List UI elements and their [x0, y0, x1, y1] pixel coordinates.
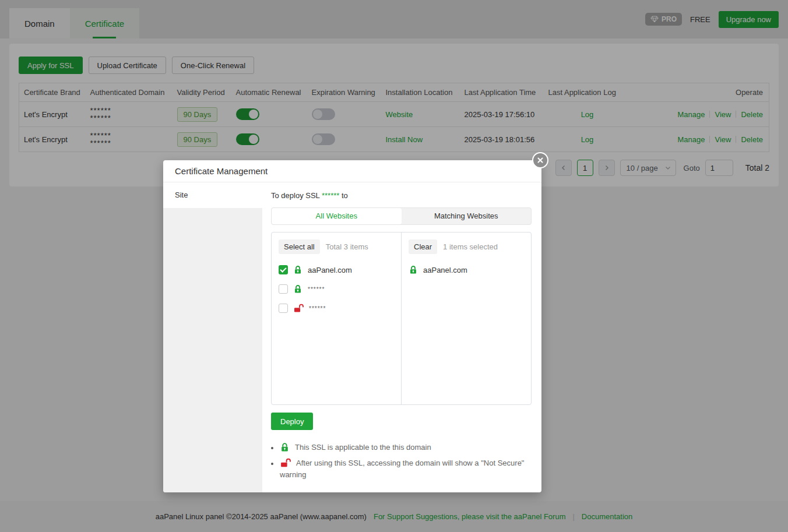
certificate-management-modal: Certificate Management Site To deploy SS… — [163, 160, 541, 492]
lock-closed-icon — [280, 442, 290, 452]
website-transfer-box: Select all Total 3 items aaPanel.com ***… — [271, 232, 532, 405]
lock-closed-icon — [293, 265, 302, 274]
modal-content: To deploy SSL ****** to All Websites Mat… — [262, 182, 541, 492]
site-name: ****** — [309, 305, 326, 312]
tab-matching-websites[interactable]: Matching Websites — [402, 208, 532, 224]
selected-count: 1 items selected — [443, 242, 498, 251]
site-name: aaPanel.com — [308, 266, 352, 274]
source-count: Total 3 items — [326, 242, 368, 251]
note-text: This SSL is applicable to the this domai… — [295, 443, 431, 452]
note-item: This SSL is applicable to the this domai… — [271, 442, 532, 453]
list-item: ****** — [279, 302, 394, 315]
site-checkbox[interactable] — [279, 265, 288, 274]
site-checkbox[interactable] — [279, 284, 288, 294]
site-name: aaPanel.com — [423, 266, 467, 274]
list-item: aaPanel.com — [409, 263, 524, 276]
note-text: After using this SSL, accessing the doma… — [280, 459, 524, 479]
deploy-target-line: To deploy SSL ****** to — [271, 191, 532, 200]
tab-all-websites[interactable]: All Websites — [272, 208, 402, 224]
modal-title: Certificate Management — [163, 160, 541, 182]
site-checkbox[interactable] — [279, 304, 288, 313]
lock-open-icon — [293, 304, 304, 313]
deploy-line-prefix: To deploy SSL — [271, 191, 319, 200]
site-name: ****** — [308, 286, 325, 293]
source-panel: Select all Total 3 items aaPanel.com ***… — [272, 232, 402, 404]
modal-sidebar: Site — [163, 182, 262, 492]
list-item: aaPanel.com — [279, 263, 394, 276]
select-all-button[interactable]: Select all — [279, 239, 320, 254]
deploy-button[interactable]: Deploy — [271, 413, 313, 430]
close-icon[interactable] — [532, 152, 548, 168]
lock-closed-icon — [293, 284, 302, 294]
certificate-name: ****** — [322, 191, 339, 200]
bullet — [271, 463, 273, 465]
lock-closed-icon — [409, 265, 418, 274]
clear-button[interactable]: Clear — [409, 239, 437, 254]
note-item: After using this SSL, accessing the doma… — [271, 457, 532, 481]
list-item: ****** — [279, 283, 394, 295]
bullet — [271, 447, 273, 449]
lock-open-icon — [280, 458, 291, 468]
ssl-notes: This SSL is applicable to the this domai… — [271, 442, 532, 481]
target-panel: Clear 1 items selected aaPanel.com — [402, 232, 531, 404]
deploy-line-suffix: to — [342, 191, 348, 200]
website-filter-tabs: All Websites Matching Websites — [271, 207, 532, 225]
sidebar-item-site[interactable]: Site — [163, 182, 262, 208]
